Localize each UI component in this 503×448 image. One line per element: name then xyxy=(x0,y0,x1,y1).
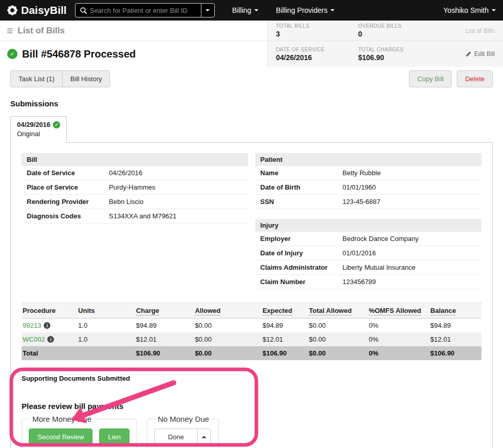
detail-row: SSN 123-45-6887 xyxy=(255,195,482,209)
cell-expected: $12.01 xyxy=(263,332,309,346)
stat-value: 0 xyxy=(358,30,440,38)
table-header-row: Procedure Units Charge Allowed Expected … xyxy=(22,303,481,319)
procedure-code-link[interactable]: WC002 i xyxy=(23,335,54,343)
nav-billing-providers-menu[interactable]: Billing Providers xyxy=(276,6,334,14)
info-icon[interactable]: i xyxy=(44,322,50,329)
detail-value: Liberty Mutual Insurance xyxy=(343,264,416,271)
cell-allowed: $0.00 xyxy=(195,319,263,333)
more-money-due-legend: More Money Due xyxy=(30,415,94,423)
col-total-allowed: Total Allowed xyxy=(309,303,368,319)
top-navbar: DaisyBill Billing Billing Providers Yosh… xyxy=(0,0,503,21)
chevron-down-icon xyxy=(206,9,210,11)
search-scope-dropdown[interactable] xyxy=(201,4,214,17)
procedure-code-link[interactable]: 99213 i xyxy=(23,322,50,329)
detail-row: Claims Administrator Liberty Mutual Insu… xyxy=(255,260,482,275)
detail-row: Diagnosis Codes S134XXA and M79621 xyxy=(22,209,248,223)
copy-bill-button[interactable]: Copy Bill xyxy=(409,70,452,87)
stat-label: OVERDUE BILLS xyxy=(358,23,440,29)
detail-label: Date of Service xyxy=(27,169,109,177)
bill-history-button[interactable]: Bill History xyxy=(62,70,110,87)
detail-label: Claims Administrator xyxy=(260,264,343,271)
subheader: ≡ List of Bills TOTAL BILLS 3 OVERDUE BI… xyxy=(0,21,503,41)
cell-allowed: $0.00 xyxy=(195,332,263,346)
submission-tab-date-row: 04/29/2016 ✓ xyxy=(17,121,60,128)
delete-bill-button[interactable]: Delete xyxy=(457,70,493,87)
chevron-down-icon xyxy=(254,9,258,11)
stat-total-charges: TOTAL CHARGES $106.90 xyxy=(358,47,440,62)
review-boxes: More Money Due Second Review Lien No Mon… xyxy=(22,415,481,448)
detail-label: Claim Number xyxy=(260,278,343,286)
submission-check-icon: ✓ xyxy=(53,121,60,128)
more-money-due-box: More Money Due Second Review Lien xyxy=(22,415,137,448)
stat-label: TOTAL CHARGES xyxy=(358,47,440,52)
search-input[interactable] xyxy=(87,7,201,14)
cell-balance: $94.89 xyxy=(431,319,481,333)
lien-button[interactable]: Lien xyxy=(99,428,129,445)
no-money-due-legend: No Money Due xyxy=(155,415,212,423)
toolbar-actions: Copy Bill Delete xyxy=(409,70,493,87)
bills-stats-panel: TOTAL BILLS 3 OVERDUE BILLS 0 List of Bi… xyxy=(267,21,503,41)
done-dropdown-toggle[interactable] xyxy=(197,428,211,445)
detail-label: Date of Birth xyxy=(260,183,343,191)
submission-panel: Bill Date of Service 04/26/2016 Place of… xyxy=(10,142,493,448)
detail-value: 01/01/1960 xyxy=(343,183,376,191)
cell-omfs: 0% xyxy=(369,319,431,333)
edit-bill-link[interactable]: Edit Bill xyxy=(465,50,495,58)
total-total-allowed: $0.00 xyxy=(309,346,368,360)
detail-label: Rendering Provider xyxy=(27,198,109,206)
cell-total-allowed: $0.00 xyxy=(309,332,368,346)
table-row: WC002 i 1.0 $12.01 $0.00 $12.01 $0.00 0%… xyxy=(22,332,481,346)
total-allowed: $0.00 xyxy=(195,346,263,360)
daisy-logo-icon xyxy=(7,5,17,15)
page-title: List of Bills xyxy=(17,26,65,36)
nav-billing-menu[interactable]: Billing xyxy=(232,6,258,14)
col-units: Units xyxy=(78,303,136,319)
detail-value: Betty Rubble xyxy=(343,169,381,177)
submission-type: Original xyxy=(17,130,60,138)
detail-row: Place of Service Purdy-Hammes xyxy=(22,180,248,195)
stat-value: 3 xyxy=(276,30,358,38)
col-charge: Charge xyxy=(136,303,195,319)
bill-title: Bill #546878 Processed xyxy=(22,48,136,60)
nav-user-menu[interactable]: Yoshiko Smith xyxy=(443,6,496,14)
info-icon[interactable]: i xyxy=(47,336,54,343)
stat-label: DATE OF SERVICE xyxy=(276,47,358,52)
nav-billing-providers-label: Billing Providers xyxy=(276,6,327,14)
cell-charge: $94.89 xyxy=(136,319,195,333)
detail-label: Employer xyxy=(260,235,343,242)
detail-columns: Bill Date of Service 04/26/2016 Place of… xyxy=(22,153,481,289)
nav-user-label: Yoshiko Smith xyxy=(443,6,489,14)
cell-charge: $12.01 xyxy=(136,332,195,346)
section-header-injury: Injury xyxy=(255,219,482,232)
task-list-button[interactable]: Task List (1) xyxy=(10,70,63,87)
chevron-down-icon xyxy=(492,9,496,11)
review-payments-heading: Please review bill payments xyxy=(22,402,481,410)
bill-toolbar: Task List (1) Bill History Copy Bill Del… xyxy=(0,67,503,92)
cell-balance: $12.01 xyxy=(431,332,481,346)
detail-value: 123-45-6887 xyxy=(343,198,381,206)
detail-value: 01/01/2016 xyxy=(343,249,376,257)
detail-value: Bebn Liscio xyxy=(109,198,143,206)
list-icon: ≡ xyxy=(7,25,13,36)
supporting-documents-heading: Supporting Documents Submitted xyxy=(22,375,481,382)
detail-label: Diagnosis Codes xyxy=(27,212,109,220)
total-balance: $106.90 xyxy=(431,346,481,360)
second-review-button[interactable]: Second Review xyxy=(29,428,92,445)
cell-omfs: 0% xyxy=(369,332,431,346)
bill-title-area: ✓ Bill #546878 Processed xyxy=(0,41,267,67)
total-expected: $106.90 xyxy=(263,346,309,360)
stat-total-bills: TOTAL BILLS 3 xyxy=(276,23,358,38)
search-icon xyxy=(80,7,87,14)
brand-name: DaisyBill xyxy=(21,4,67,16)
detail-row: Date of Injury 01/01/2016 xyxy=(255,246,482,260)
submission-tab-original[interactable]: 04/29/2016 ✓ Original xyxy=(10,116,67,143)
col-balance: Balance xyxy=(431,303,481,319)
table-row: 99213 i 1.0 $94.89 $0.00 $94.89 $0.00 0%… xyxy=(22,319,481,333)
section-header-bill: Bill xyxy=(22,153,248,166)
total-charge: $106.90 xyxy=(136,346,195,360)
brand-logo[interactable]: DaisyBill xyxy=(7,4,67,16)
done-button[interactable]: Done xyxy=(154,428,198,445)
edit-bill-label: Edit Bill xyxy=(474,50,495,58)
breadcrumb[interactable]: List of Bills xyxy=(465,27,495,34)
submission-date: 04/29/2016 xyxy=(17,121,50,128)
